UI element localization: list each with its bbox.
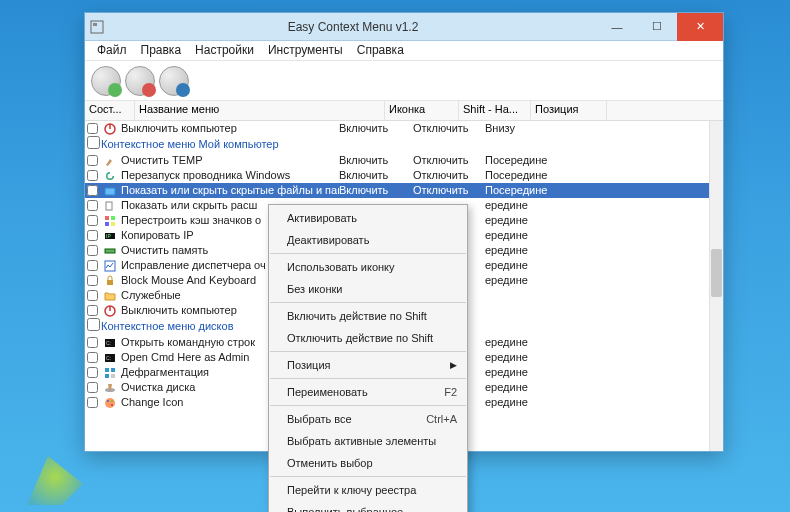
ctx-label: Отключить действие по Shift [287,332,433,344]
ctx-shift-off[interactable]: Отключить действие по Shift [269,327,467,349]
apply-remove-button[interactable] [125,66,155,96]
col-name[interactable]: Название меню [135,101,385,120]
ctx-label: Перейти к ключу реестра [287,484,416,496]
svg-point-26 [105,398,115,408]
row-pos-val: Посередине [485,153,561,168]
row-pos-val: ередине [485,213,561,228]
cmd-admin-icon: C: [102,351,118,364]
shortcut: F2 [444,386,457,398]
ctx-run-selected[interactable]: Выполнить выбранное [269,501,467,512]
row-checkbox[interactable] [87,352,98,363]
row-icon-val: Включить [339,153,413,168]
row-checkbox[interactable] [87,123,98,134]
table-row[interactable]: Выключить компьютер Включить Отключить В… [85,121,709,136]
vertical-scrollbar[interactable] [709,121,723,451]
ctx-label: Деактивировать [287,234,369,246]
toolbar [85,61,723,101]
row-checkbox[interactable] [87,382,98,393]
menu-settings[interactable]: Настройки [189,43,260,58]
row-shift-val: Отключить [413,168,485,183]
ctx-label: Использовать иконку [287,261,395,273]
svg-rect-13 [105,261,115,271]
svg-text:IP: IP [106,233,111,239]
row-pos-val: Посередине [485,183,561,198]
broom-icon [102,154,118,167]
table-row[interactable]: Перезапуск проводника Windows Включить О… [85,168,709,183]
ctx-activate[interactable]: Активировать [269,207,467,229]
ctx-select-all[interactable]: Выбрать всеCtrl+A [269,408,467,430]
table-row[interactable]: Очистить TEMP Включить Отключить Посеред… [85,153,709,168]
col-icon[interactable]: Иконка [385,101,459,120]
apply-add-button[interactable] [91,66,121,96]
row-checkbox[interactable] [87,170,98,181]
col-shift[interactable]: Shift - На... [459,101,531,120]
row-checkbox[interactable] [87,230,98,241]
row-checkbox[interactable] [87,397,98,408]
row-pos-val: ередине [485,258,561,273]
menu-file[interactable]: Файл [91,43,133,58]
row-checkbox[interactable] [87,275,98,286]
row-pos-val: ередине [485,335,561,350]
about-button[interactable] [159,66,189,96]
ctx-reg-key[interactable]: Перейти к ключу реестра [269,479,467,501]
ctx-select-active[interactable]: Выбрать активные элементы [269,430,467,452]
lock-icon [102,274,118,287]
row-pos-val: ередине [485,350,561,365]
table-row-selected[interactable]: Показать или скрыть скрытые файлы и папк… [85,183,709,198]
defrag-icon [102,366,118,379]
menu-help[interactable]: Справка [351,43,410,58]
minimize-button[interactable]: — [597,13,637,41]
row-checkbox[interactable] [87,215,98,226]
row-checkbox[interactable] [87,185,98,196]
maximize-button[interactable]: ☐ [637,13,677,41]
row-icon-val: Включить [339,168,413,183]
ctx-use-icon[interactable]: Использовать иконку [269,256,467,278]
group-my-computer[interactable]: Контекстное меню Мой компьютер [85,136,709,153]
col-pos[interactable]: Позиция [531,101,607,120]
ctx-deactivate[interactable]: Деактивировать [269,229,467,251]
svg-rect-21 [105,368,109,372]
row-checkbox[interactable] [87,200,98,211]
row-pos-val: ередине [485,380,561,395]
row-checkbox[interactable] [87,290,98,301]
file-ext-icon [102,199,118,212]
disk-cleanup-icon [102,381,118,394]
app-icon [85,20,109,34]
power-off-icon [102,122,118,135]
col-state[interactable]: Сост... [85,101,135,120]
row-checkbox[interactable] [87,245,98,256]
row-checkbox[interactable] [87,337,98,348]
ctx-rename[interactable]: ПереименоватьF2 [269,381,467,403]
scrollbar-thumb[interactable] [711,249,722,297]
ctx-no-icon[interactable]: Без иконки [269,278,467,300]
ctx-label: Активировать [287,212,357,224]
row-shift-val: Отключить [413,153,485,168]
ctx-label: Позиция [287,359,331,371]
context-menu: Активировать Деактивировать Использовать… [268,204,468,512]
row-checkbox[interactable] [87,155,98,166]
row-icon-val: Включить [339,183,413,198]
ctx-shift-on[interactable]: Включить действие по Shift [269,305,467,327]
row-checkbox[interactable] [87,367,98,378]
row-pos-val: ередине [485,228,561,243]
group-checkbox[interactable] [87,318,100,331]
svg-text:C:: C: [106,355,111,361]
power-off-icon [102,304,118,317]
ctx-deselect[interactable]: Отменить выбор [269,452,467,474]
ctx-position[interactable]: Позиция▶ [269,354,467,376]
ctx-label: Отменить выбор [287,457,373,469]
row-label: Выключить компьютер [121,121,339,136]
svg-rect-6 [105,216,109,220]
row-checkbox[interactable] [87,260,98,271]
svg-point-28 [111,400,113,402]
row-checkbox[interactable] [87,305,98,316]
chevron-right-icon: ▶ [450,360,457,370]
group-checkbox[interactable] [87,136,100,149]
close-button[interactable]: ✕ [677,13,723,41]
menu-edit[interactable]: Правка [135,43,188,58]
icon-cache-icon [102,214,118,227]
group-label: Контекстное меню Мой компьютер [101,137,279,152]
title-bar[interactable]: Easy Context Menu v1.2 — ☐ ✕ [85,13,723,41]
menu-tools[interactable]: Инструменты [262,43,349,58]
row-shift-val: Отключить [413,183,485,198]
